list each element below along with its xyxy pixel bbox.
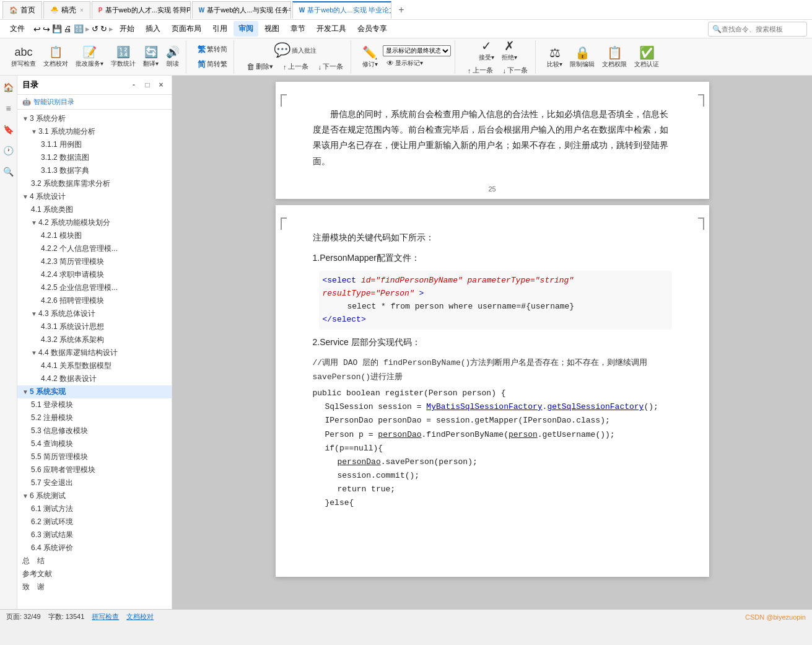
toc-item-14[interactable]: 4.2.6 招聘管理模块 bbox=[17, 294, 172, 307]
toc-item-10[interactable]: 4.2.2 个人信息管理模... bbox=[17, 242, 172, 255]
toc-item-16[interactable]: 4.3.1 系统设计思想 bbox=[17, 320, 172, 333]
toc-item-5[interactable]: 3.2 系统数据库需求分析 bbox=[17, 177, 172, 190]
toc-item-2[interactable]: 3.1.1 用例图 bbox=[17, 138, 172, 151]
toc-item-20[interactable]: 4.4.2 数据表设计 bbox=[17, 372, 172, 385]
tab-thesis[interactable]: W 基于web的人...实现 毕业论文 × bbox=[292, 1, 391, 19]
toc-item-35[interactable]: 参考文献 bbox=[17, 568, 172, 581]
tab-defense-ppt[interactable]: P 基于web的人才...实现 答辩PPT × bbox=[92, 1, 191, 19]
menu-view[interactable]: 视图 bbox=[260, 21, 284, 37]
toc-item-32[interactable]: 6.3 测试结果 bbox=[17, 529, 172, 542]
prev-change-label: 上一条 bbox=[473, 66, 493, 75]
toc-item-21[interactable]: ▼ 5 系统实现 bbox=[17, 385, 172, 398]
menu-vip[interactable]: 会员专享 bbox=[352, 21, 392, 37]
delete-comment-button[interactable]: 🗑 删除▾ bbox=[243, 61, 277, 72]
sidebar-icon-home[interactable]: 🏠 bbox=[2, 81, 15, 94]
batch-service-button[interactable]: 📝 批改服务▾ bbox=[73, 44, 106, 69]
toc-item-4[interactable]: 3.1.3 数据字典 bbox=[17, 164, 172, 177]
spell-check-button[interactable]: abc 拼写检查 bbox=[9, 45, 38, 69]
toc-item-33[interactable]: 6.4 系统评价 bbox=[17, 542, 172, 555]
doc-verify-status[interactable]: 文档校对 bbox=[126, 612, 154, 621]
toc-item-29[interactable]: ▼ 6 系统测试 bbox=[17, 489, 172, 502]
sidebar-icon-bookmark[interactable]: 🔖 bbox=[2, 123, 15, 136]
reject-button[interactable]: ✗ 拒绝▾ bbox=[499, 38, 520, 63]
spell-check-status[interactable]: 拼写检查 bbox=[92, 612, 119, 621]
toc-item-26[interactable]: 5.5 简历管理模块 bbox=[17, 450, 172, 463]
insert-comment-button[interactable]: 💬 插入批注 bbox=[271, 41, 319, 59]
tab-draft[interactable]: 🐣 稿壳 × bbox=[43, 1, 90, 19]
toc-item-17[interactable]: 4.3.2 系统体系架构 bbox=[17, 333, 172, 346]
undo-icon[interactable]: ↩ bbox=[33, 24, 41, 34]
show-markup-button[interactable]: 👁 显示标记▾ bbox=[383, 58, 451, 69]
menu-start[interactable]: 开始 bbox=[115, 21, 139, 37]
toc-label-11: 4.2.3 简历管理模块 bbox=[41, 257, 104, 267]
prev-comment-button[interactable]: ↑ 上一条 bbox=[279, 61, 312, 72]
toc-item-11[interactable]: 4.2.3 简历管理模块 bbox=[17, 255, 172, 268]
sidebar-icon-history[interactable]: 🕐 bbox=[2, 144, 15, 157]
toc-item-31[interactable]: 6.2 测试环境 bbox=[17, 516, 172, 529]
toc-item-24[interactable]: 5.3 信息修改模块 bbox=[17, 424, 172, 437]
search-input[interactable] bbox=[722, 25, 802, 33]
toc-item-28[interactable]: 5.7 安全退出 bbox=[17, 476, 172, 489]
tab-task-book[interactable]: W 基于web的人...与实现 任务书 × bbox=[192, 1, 291, 19]
compare-button[interactable]: ⚖ 比较▾ bbox=[544, 44, 565, 70]
toc-item-36[interactable]: 致 谢 bbox=[17, 581, 172, 594]
doc-verify-button[interactable]: ✅ 文档认证 bbox=[632, 44, 661, 70]
word-count-button[interactable]: 🔢 字数统计 bbox=[108, 44, 138, 69]
accept-button[interactable]: ✓ 接受▾ bbox=[476, 38, 497, 63]
sidebar-icon-toc[interactable]: ≡ bbox=[2, 102, 15, 115]
toc-item-8[interactable]: ▼ 4.2 系统功能模块划分 bbox=[17, 216, 172, 229]
sidebar-icon-search[interactable]: 🔍 bbox=[2, 165, 15, 178]
toc-item-6[interactable]: ▼ 4 系统设计 bbox=[17, 190, 172, 203]
next-change-button[interactable]: ↓ 下一条 bbox=[499, 64, 532, 76]
menu-reference[interactable]: 引用 bbox=[207, 21, 232, 37]
menu-file[interactable]: 文件 bbox=[5, 21, 30, 37]
toc-collapse-btn[interactable]: □ bbox=[142, 79, 153, 90]
toc-item-9[interactable]: 4.2.1 模块图 bbox=[17, 229, 172, 242]
toc-item-22[interactable]: 5.1 登录模块 bbox=[17, 398, 172, 411]
menu-dev[interactable]: 开发工具 bbox=[312, 21, 351, 37]
next-comment-button[interactable]: ↓ 下一条 bbox=[315, 61, 347, 72]
toc-item-30[interactable]: 6.1 测试方法 bbox=[17, 502, 172, 516]
toc-item-7[interactable]: 4.1 系统类图 bbox=[17, 203, 172, 216]
restrict-button[interactable]: 🔒 限制编辑 bbox=[567, 44, 597, 70]
read-aloud-button[interactable]: 🔊 朗读 bbox=[164, 44, 182, 69]
menu-review[interactable]: 审阅 bbox=[234, 21, 258, 37]
search-box[interactable]: 🔍 bbox=[708, 22, 807, 37]
new-tab-button[interactable]: + bbox=[393, 1, 410, 19]
save-icon[interactable]: 💾 bbox=[52, 24, 62, 33]
toc-item-18[interactable]: ▼ 4.4 数据库逻辑结构设计 bbox=[17, 346, 172, 359]
doc-compare-button[interactable]: 📋 文档校对 bbox=[41, 44, 71, 69]
translate-button[interactable]: 🔄 翻译▾ bbox=[141, 44, 161, 69]
print-icon[interactable]: 🖨 bbox=[64, 24, 72, 33]
toc-item-25[interactable]: 5.4 查询模块 bbox=[17, 437, 172, 450]
toc-item-13[interactable]: 4.2.5 企业信息管理模... bbox=[17, 281, 172, 294]
menu-chapter[interactable]: 章节 bbox=[286, 21, 310, 37]
simp-to-trad-button[interactable]: 简 简转繁 bbox=[194, 58, 231, 71]
menu-layout[interactable]: 页面布局 bbox=[167, 21, 206, 37]
toc-expand-btn[interactable]: - bbox=[128, 79, 139, 90]
toc-smart[interactable]: 🤖 智能识别目录 bbox=[17, 95, 172, 110]
menu-insert[interactable]: 插入 bbox=[141, 21, 165, 37]
toc-item-19[interactable]: 4.4.1 关系型数据模型 bbox=[17, 359, 172, 372]
toc-item-15[interactable]: ▼ 4.3 系统总体设计 bbox=[17, 307, 172, 320]
trad-to-simp-button[interactable]: 繁 繁转简 bbox=[194, 43, 231, 56]
toc-item-27[interactable]: 5.6 应聘者管理模块 bbox=[17, 463, 172, 476]
toc-item-23[interactable]: 5.2 注册模块 bbox=[17, 411, 172, 424]
redo2-icon[interactable]: ↻ bbox=[100, 24, 107, 33]
redo-icon[interactable]: ↪ bbox=[43, 24, 50, 34]
toc-close-btn[interactable]: × bbox=[155, 79, 167, 90]
tab-home[interactable]: 🏠 首页 bbox=[2, 1, 42, 19]
format-icon[interactable]: 🔠 bbox=[74, 24, 84, 33]
markup-state-dropdown[interactable]: 显示标记的最终状态 bbox=[383, 45, 451, 56]
toc-label-0: 3 系统分析 bbox=[30, 113, 66, 124]
toc-item-34[interactable]: 总 结 bbox=[17, 555, 172, 568]
toc-item-12[interactable]: 4.2.4 求职申请模块 bbox=[17, 268, 172, 281]
tab-draft-close[interactable]: × bbox=[80, 7, 84, 14]
undo2-icon[interactable]: ↺ bbox=[92, 24, 98, 33]
prev-change-button[interactable]: ↑ 上一条 bbox=[464, 64, 497, 76]
toc-item-1[interactable]: ▼ 3.1 系统功能分析 bbox=[17, 125, 172, 138]
doc-limit-button[interactable]: 📋 文档权限 bbox=[600, 44, 629, 70]
modify-button[interactable]: ✏️ 修订▾ bbox=[360, 44, 380, 70]
toc-item-0[interactable]: ▼ 3 系统分析 bbox=[17, 112, 172, 125]
toc-item-3[interactable]: 3.1.2 数据流图 bbox=[17, 151, 172, 164]
